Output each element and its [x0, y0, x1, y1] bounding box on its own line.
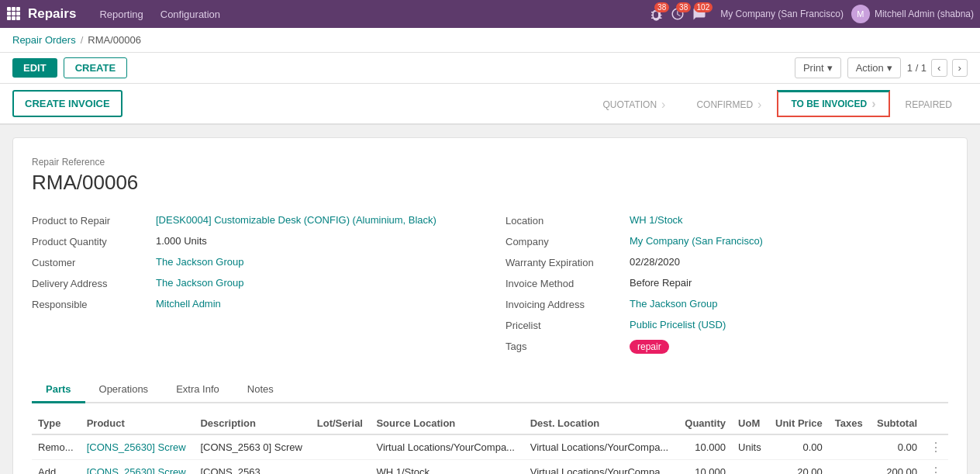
field-value-invoice-method: Before Repair — [630, 277, 948, 289]
repair-ref-value: RMA/00006 — [32, 171, 948, 195]
col-dest-location: Dest. Location — [524, 413, 678, 434]
create-invoice-button[interactable]: CREATE INVOICE — [12, 90, 122, 117]
row2-source: WH 1/Stock — [370, 460, 523, 475]
tab-extra-info[interactable]: Extra Info — [162, 377, 233, 403]
field-value-company[interactable]: My Company (San Francisco) — [630, 235, 948, 247]
step-arrow-1: › — [661, 98, 665, 112]
table-row: Remo... [CONS_25630] Screw [CONS_2563 0]… — [32, 434, 948, 460]
field-value-responsible[interactable]: Mitchell Admin — [156, 298, 474, 310]
svg-rect-5 — [16, 12, 20, 16]
field-label-invoice-method: Invoice Method — [506, 277, 630, 289]
action-chevron-icon: ▾ — [887, 62, 892, 74]
row2-type: Add — [32, 460, 81, 475]
edit-button[interactable]: EDIT — [12, 58, 57, 78]
row1-product[interactable]: [CONS_25630] Screw — [81, 434, 195, 460]
svg-rect-1 — [12, 7, 16, 11]
user-menu[interactable]: M Mitchell Admin (shabna) — [851, 5, 974, 23]
status-repaired-label: REPAIRED — [906, 99, 952, 110]
row2-unit-price: 20.00 — [768, 460, 829, 475]
status-steps: QUOTATION › CONFIRMED › TO BE INVOICED ›… — [588, 87, 968, 120]
row1-qty: 10.000 — [678, 434, 732, 460]
company-selector[interactable]: My Company (San Francisco) — [720, 9, 844, 19]
field-value-pricelist[interactable]: Public Pricelist (USD) — [630, 319, 948, 330]
field-product-qty: Product Quantity 1.000 Units — [32, 231, 474, 252]
svg-rect-4 — [12, 12, 16, 16]
col-actions-header — [923, 413, 948, 434]
row2-subtotal: 200.00 — [870, 460, 923, 475]
row2-taxes — [829, 460, 870, 475]
field-value-product[interactable]: [DESK0004] Customizable Desk (CONFIG) (A… — [156, 214, 474, 226]
bug-icon-btn[interactable]: 38 — [649, 7, 663, 21]
field-pricelist: Pricelist Public Pricelist (USD) — [506, 315, 948, 336]
tab-notes[interactable]: Notes — [233, 377, 288, 403]
more-icon[interactable]: ⋮ — [930, 441, 942, 454]
status-confirmed[interactable]: CONFIRMED › — [681, 87, 777, 120]
more-icon-2[interactable]: ⋮ — [930, 465, 942, 474]
row2-actions[interactable]: ⋮ — [923, 460, 948, 475]
clock-icon-btn[interactable]: 38 — [671, 7, 685, 21]
row1-dest: Virtual Locations/YourCompa... — [524, 434, 678, 460]
field-product-to-repair: Product to Repair [DESK0004] Customizabl… — [32, 210, 474, 231]
message-icon-btn[interactable]: 102 — [692, 7, 706, 21]
create-button[interactable]: CREATE — [64, 57, 127, 78]
field-delivery-address: Delivery Address The Jackson Group — [32, 273, 474, 294]
next-page-button[interactable]: › — [952, 59, 968, 77]
action-bar: EDIT CREATE Print ▾ Action ▾ 1 / 1 ‹ › — [0, 53, 980, 84]
field-invoicing-address: Invoicing Address The Jackson Group — [506, 294, 948, 315]
status-to-be-invoiced[interactable]: TO BE INVOICED › — [777, 90, 889, 117]
breadcrumb-parent[interactable]: Repair Orders — [12, 34, 76, 46]
row1-actions[interactable]: ⋮ — [923, 434, 948, 460]
action-dropdown[interactable]: Action ▾ — [847, 57, 901, 78]
fields-grid: Product to Repair [DESK0004] Customizabl… — [32, 210, 948, 358]
field-label-qty: Product Quantity — [32, 235, 156, 247]
row2-product[interactable]: [CONS_25630] Screw — [81, 460, 195, 475]
svg-rect-7 — [12, 16, 16, 20]
step-arrow-3: › — [871, 97, 875, 111]
tab-operations[interactable]: Operations — [85, 377, 163, 403]
field-label-warranty: Warranty Expiration — [506, 256, 630, 268]
field-label-delivery: Delivery Address — [32, 277, 156, 289]
field-label-tags: Tags — [506, 340, 630, 352]
print-label: Print — [803, 62, 824, 74]
print-dropdown[interactable]: Print ▾ — [795, 57, 841, 78]
action-label: Action — [856, 62, 884, 74]
row2-uom — [732, 460, 768, 475]
repair-ref-label: Repair Reference — [32, 157, 948, 168]
field-value-delivery[interactable]: The Jackson Group — [156, 277, 474, 289]
row2-qty: 10.000 — [678, 460, 732, 475]
field-label-invoicing-address: Invoicing Address — [506, 298, 630, 310]
svg-rect-6 — [7, 16, 11, 20]
tab-parts[interactable]: Parts — [32, 377, 85, 403]
row1-subtotal: 0.00 — [870, 434, 923, 460]
field-tags: Tags repair — [506, 336, 948, 358]
status-quotation[interactable]: QUOTATION › — [588, 87, 682, 120]
field-value-customer[interactable]: The Jackson Group — [156, 256, 474, 268]
row1-unit-price: 0.00 — [768, 434, 829, 460]
bug-badge: 38 — [654, 2, 669, 12]
nav-configuration[interactable]: Configuration — [153, 5, 228, 23]
col-type: Type — [32, 413, 81, 434]
grid-icon[interactable] — [6, 6, 20, 22]
svg-rect-8 — [16, 16, 20, 20]
row2-lot — [311, 460, 371, 475]
table-row: Add [CONS_25630] Screw [CONS_2563 WH 1/S… — [32, 460, 948, 475]
field-label-responsible: Responsible — [32, 298, 156, 310]
prev-page-button[interactable]: ‹ — [931, 59, 947, 77]
tag-repair[interactable]: repair — [630, 340, 669, 354]
status-repaired[interactable]: REPAIRED — [890, 87, 968, 120]
parts-table: Type Product Description Lot/Serial Sour… — [32, 413, 948, 474]
nav-reporting[interactable]: Reporting — [91, 5, 150, 23]
field-value-invoicing-address[interactable]: The Jackson Group — [630, 298, 948, 310]
col-uom: UoM — [732, 413, 768, 434]
col-unit-price: Unit Price — [768, 413, 829, 434]
field-warranty: Warranty Expiration 02/28/2020 — [506, 252, 948, 273]
status-to-be-invoiced-label: TO BE INVOICED — [791, 99, 867, 109]
svg-rect-2 — [16, 7, 20, 11]
topbar-icons: 38 38 102 My Company (San Francisco) M M… — [649, 5, 974, 23]
field-value-location[interactable]: WH 1/Stock — [630, 214, 948, 226]
col-subtotal: Subtotal — [870, 413, 923, 434]
status-bar: CREATE INVOICE QUOTATION › CONFIRMED › T… — [0, 84, 980, 125]
step-arrow-2: › — [757, 98, 761, 112]
field-label-customer: Customer — [32, 256, 156, 268]
right-fields: Location WH 1/Stock Company My Company (… — [506, 210, 948, 358]
